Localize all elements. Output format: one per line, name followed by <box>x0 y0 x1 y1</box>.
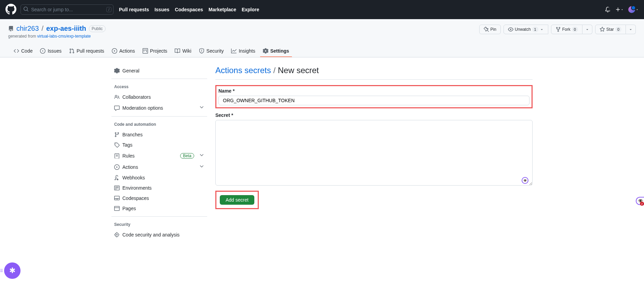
breadcrumb-link[interactable]: Actions secrets <box>215 66 271 75</box>
repo-title: chir263 / exp-aes-iiith Public <box>8 25 106 32</box>
slash-key-icon: / <box>106 7 111 12</box>
page-title: Actions secrets / New secret <box>215 66 533 75</box>
repo-slash: / <box>42 25 44 32</box>
sidebar-heading-security: Security <box>111 219 207 230</box>
repo-name-link[interactable]: exp-aes-iiith <box>46 25 86 32</box>
github-logo-link[interactable] <box>5 4 16 16</box>
sidebar-item-code-security[interactable]: Code security and analysis <box>111 230 207 240</box>
sidebar-item-webhooks[interactable]: Webhooks <box>111 173 207 183</box>
name-label: Name * <box>218 88 529 94</box>
beta-badge: Beta <box>180 153 194 159</box>
secret-name-input[interactable] <box>218 96 529 105</box>
chevron-down-icon <box>199 152 204 159</box>
star-count: 0 <box>615 27 621 32</box>
sidebar-item-codespaces[interactable]: Codespaces <box>111 193 207 203</box>
sidebar-item-general[interactable]: General <box>111 66 207 76</box>
user-avatar[interactable] <box>628 6 639 13</box>
chevron-down-icon <box>199 105 204 111</box>
sidebar-item-branches[interactable]: Branches <box>111 130 207 140</box>
nav-issues[interactable]: Issues <box>155 7 170 12</box>
top-navigation: / Pull requests Issues Codespaces Market… <box>0 0 644 19</box>
nav-codespaces[interactable]: Codespaces <box>175 7 203 12</box>
tab-settings[interactable]: Settings <box>260 45 292 57</box>
sidebar-item-collaborators[interactable]: Collaborators <box>111 92 207 102</box>
settings-sidebar: General Access Collaborators Moderation … <box>111 66 207 240</box>
sidebar-item-environments[interactable]: Environments <box>111 183 207 193</box>
fork-button[interactable]: Fork0 <box>551 25 582 34</box>
generated-template-link[interactable]: virtual-labs-cms/exp-template <box>37 34 91 39</box>
star-label: Star <box>606 27 614 32</box>
name-field-highlight: Name * <box>215 85 533 108</box>
tab-issues[interactable]: Issues <box>37 45 64 57</box>
pin-button[interactable]: Pin <box>479 25 501 34</box>
star-button[interactable]: Star0 <box>595 25 626 34</box>
tab-projects[interactable]: Projects <box>140 45 170 57</box>
extension-icon[interactable]: 👁️ <box>522 177 528 184</box>
repo-icon <box>8 26 14 31</box>
repo-actions: Pin Unwatch1 Fork0 Star0 <box>479 25 636 34</box>
repo-owner-link[interactable]: chir263 <box>16 25 39 32</box>
sidebar-heading-code: Code and automation <box>111 119 207 130</box>
tab-insights[interactable]: Insights <box>228 45 258 57</box>
sidebar-item-pages[interactable]: Pages <box>111 203 207 214</box>
tab-pulls[interactable]: Pull requests <box>66 45 107 57</box>
sidebar-item-rules[interactable]: RulesBeta <box>111 150 207 161</box>
repo-header: chir263 / exp-aes-iiith Public generated… <box>0 19 644 57</box>
github-logo-icon <box>5 4 16 15</box>
side-extension-icon[interactable]: 👁️2 <box>636 197 644 205</box>
nav-pull-requests[interactable]: Pull requests <box>119 7 149 12</box>
nav-right <box>605 6 639 13</box>
sidebar-item-moderation[interactable]: Moderation options <box>111 102 207 113</box>
global-search: / <box>21 4 113 15</box>
search-input[interactable] <box>21 4 113 15</box>
visibility-badge: Public <box>89 25 106 32</box>
unwatch-label: Unwatch <box>515 27 531 32</box>
sidebar-item-tags[interactable]: Tags <box>111 140 207 150</box>
generated-prefix: generated from <box>8 34 37 39</box>
notifications-icon[interactable] <box>605 7 611 12</box>
tab-actions[interactable]: Actions <box>109 45 138 57</box>
tab-wiki[interactable]: Wiki <box>172 45 194 57</box>
unwatch-count: 1 <box>532 27 538 32</box>
unwatch-button[interactable]: Unwatch1 <box>504 25 548 34</box>
side-extension-badge: 2 <box>640 202 644 206</box>
search-icon <box>23 6 29 13</box>
sidebar-heading-access: Access <box>111 82 207 92</box>
secret-value-input[interactable] <box>215 120 533 186</box>
sidebar-item-actions[interactable]: Actions <box>111 161 207 173</box>
breadcrumb-divider: / <box>271 66 278 75</box>
fork-dropdown[interactable] <box>582 25 592 34</box>
tab-code[interactable]: Code <box>11 45 35 57</box>
fork-count: 0 <box>572 27 578 32</box>
pin-label: Pin <box>491 27 496 32</box>
content-area: Actions secrets / New secret Name * Secr… <box>215 66 533 240</box>
tab-security[interactable]: Security <box>196 45 227 57</box>
add-secret-highlight: Add secret <box>215 191 259 209</box>
chevron-down-icon <box>199 164 204 170</box>
main-content: General Access Collaborators Moderation … <box>103 57 541 248</box>
add-secret-button[interactable]: Add secret <box>220 195 254 205</box>
secret-label: Secret * <box>215 112 533 118</box>
nav-explore[interactable]: Explore <box>242 7 259 12</box>
secret-field-block: Secret * 👁️ <box>215 112 533 187</box>
breadcrumb-current: New secret <box>278 66 319 75</box>
nav-links: Pull requests Issues Codespaces Marketpl… <box>119 7 259 12</box>
add-dropdown[interactable] <box>615 7 623 12</box>
repo-tabs: Code Issues Pull requests Actions Projec… <box>8 45 636 57</box>
fork-label: Fork <box>562 27 571 32</box>
nav-marketplace[interactable]: Marketplace <box>209 7 236 12</box>
generated-from: generated from virtual-labs-cms/exp-temp… <box>8 34 106 39</box>
star-dropdown[interactable] <box>626 25 636 34</box>
